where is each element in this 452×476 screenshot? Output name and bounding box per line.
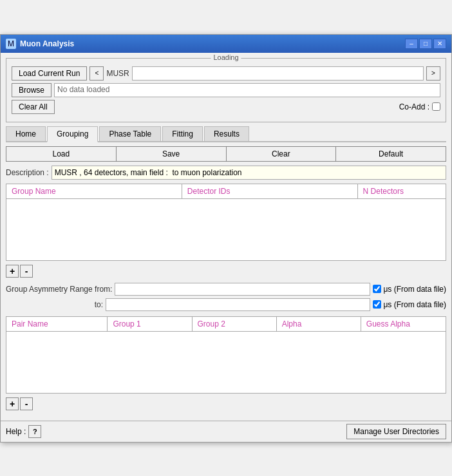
groups-col-name: Group Name — [6, 184, 182, 198]
grouping-content: Load Save Clear Default Description : Gr… — [6, 146, 446, 410]
groups-table-container: Group Name Detector IDs N Detectors — [6, 184, 446, 261]
groups-col-n: N Detectors — [358, 184, 446, 198]
groups-col-detectors: Detector IDs — [182, 184, 358, 198]
range-to-checkbox[interactable] — [373, 300, 381, 309]
default-button[interactable]: Default — [336, 146, 446, 162]
coadd-row: Clear All Co-Add : — [12, 100, 440, 114]
window-controls: – □ ✕ — [405, 39, 446, 49]
range-from-checkbox[interactable] — [373, 285, 381, 293]
coadd-checkbox[interactable] — [432, 102, 440, 111]
clear-button[interactable]: Clear — [227, 146, 337, 162]
run-input[interactable] — [132, 66, 424, 81]
pairs-table-header: Pair Name Group 1 Group 2 Alpha Guess Al… — [6, 317, 446, 332]
instrument-label: MUSR — [106, 69, 129, 78]
groups-table-header: Group Name Detector IDs N Detectors — [6, 184, 446, 199]
help-bar: Help : ? Manage User Directories — [1, 421, 451, 442]
loading-label: Loading — [211, 53, 241, 61]
load-current-run-button[interactable]: Load Current Run — [12, 66, 87, 81]
coadd-label: Co-Add : — [399, 102, 429, 111]
range-from-label: Group Asymmetry Range from: — [6, 285, 115, 294]
tab-home[interactable]: Home — [6, 126, 46, 141]
tab-bar: Home Grouping Phase Table Fitting Result… — [6, 126, 446, 142]
range-from-unit: μs (From data file) — [383, 285, 446, 294]
manage-user-directories-button[interactable]: Manage User Directories — [346, 424, 446, 439]
app-icon: M — [6, 39, 16, 49]
pairs-col-group1: Group 1 — [108, 317, 192, 331]
window-title: Muon Analysis — [20, 39, 74, 48]
pairs-col-guess: Guess Alpha — [361, 317, 446, 331]
range-from-row: Group Asymmetry Range from: μs (From dat… — [6, 283, 446, 296]
close-button[interactable]: ✕ — [433, 39, 446, 49]
range-from-suffix: μs (From data file) — [373, 285, 446, 294]
description-input[interactable] — [52, 166, 446, 180]
content-area: Loading Load Current Run < MUSR > Browse… — [1, 53, 451, 421]
run-row: Load Current Run < MUSR > — [12, 66, 440, 81]
clear-all-button[interactable]: Clear All — [12, 100, 55, 114]
title-bar: M Muon Analysis – □ ✕ — [1, 35, 451, 53]
pairs-table-container: Pair Name Group 1 Group 2 Alpha Guess Al… — [6, 316, 446, 394]
range-to-input[interactable] — [106, 298, 370, 311]
loading-section: Loading Load Current Run < MUSR > Browse… — [6, 58, 446, 122]
minimize-button[interactable]: – — [405, 39, 418, 49]
pairs-add-button[interactable]: + — [6, 397, 19, 410]
grouping-toolbar: Load Save Clear Default — [6, 146, 446, 162]
title-bar-left: M Muon Analysis — [6, 39, 74, 49]
range-to-suffix: μs (From data file) — [373, 300, 446, 309]
groups-table-body — [6, 199, 446, 260]
groups-add-remove: + - — [6, 265, 446, 278]
tab-grouping[interactable]: Grouping — [47, 126, 98, 142]
status-display: No data loaded — [54, 83, 440, 97]
tab-results[interactable]: Results — [204, 126, 249, 141]
range-to-label: to: — [6, 300, 106, 309]
description-label: Description : — [6, 168, 49, 177]
browse-row: Browse No data loaded — [12, 83, 440, 97]
main-window: M Muon Analysis – □ ✕ Loading Load Curre… — [0, 34, 452, 443]
tab-phase-table[interactable]: Phase Table — [99, 126, 161, 141]
groups-add-button[interactable]: + — [6, 265, 19, 278]
range-to-unit: μs (From data file) — [383, 300, 446, 309]
range-from-input[interactable] — [115, 283, 370, 296]
pairs-remove-button[interactable]: - — [20, 397, 33, 410]
pairs-table-body — [6, 332, 446, 390]
help-button[interactable]: ? — [28, 425, 41, 438]
maximize-button[interactable]: □ — [419, 39, 432, 49]
next-run-button[interactable]: > — [426, 66, 440, 81]
browse-button[interactable]: Browse — [12, 83, 52, 97]
pairs-col-alpha: Alpha — [277, 317, 361, 331]
description-row: Description : — [6, 166, 446, 180]
pairs-col-group2: Group 2 — [193, 317, 277, 331]
range-section: Group Asymmetry Range from: μs (From dat… — [6, 283, 446, 311]
range-to-row: to: μs (From data file) — [6, 298, 446, 311]
save-button[interactable]: Save — [117, 146, 227, 162]
pairs-add-remove: + - — [6, 397, 446, 410]
help-left: Help : ? — [6, 425, 41, 438]
pairs-col-name: Pair Name — [6, 317, 108, 331]
help-label: Help : — [6, 427, 26, 436]
groups-remove-button[interactable]: - — [20, 265, 33, 278]
load-button[interactable]: Load — [6, 146, 117, 162]
prev-run-button[interactable]: < — [89, 66, 104, 81]
tab-fitting[interactable]: Fitting — [162, 126, 203, 141]
